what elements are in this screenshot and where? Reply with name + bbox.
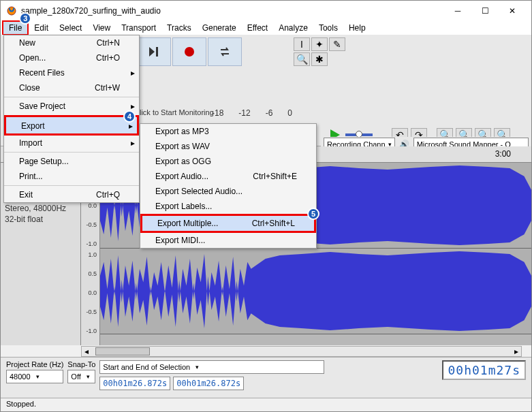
- annotation-badge-5: 5: [307, 208, 319, 220]
- annotation-badge-4: 4: [123, 110, 136, 123]
- menu-item-export-audio[interactable]: Export Audio...Ctrl+Shift+E: [140, 169, 316, 184]
- track-format-info: Stereo, 48000Hz32-bit float: [5, 204, 76, 225]
- skip-end-button[interactable]: [137, 37, 171, 66]
- maximize-button[interactable]: ☐: [471, 3, 499, 19]
- menu-transport[interactable]: Transport: [116, 22, 161, 34]
- export-submenu: Export as MP3 Export as WAV Export as OG…: [140, 123, 317, 249]
- project-rate-label: Project Rate (Hz): [6, 360, 63, 368]
- close-button[interactable]: ✕: [499, 3, 526, 19]
- submenu-arrow-icon: ▸: [131, 68, 135, 78]
- menu-item-export-mp3[interactable]: Export as MP3: [140, 124, 316, 139]
- record-button[interactable]: [172, 37, 206, 66]
- submenu-arrow-icon: ▸: [131, 138, 135, 148]
- menu-item-export-wav[interactable]: Export as WAV: [140, 139, 316, 154]
- menu-item-export[interactable]: Export▸ 4: [4, 115, 139, 136]
- minimize-button[interactable]: ─: [444, 3, 471, 19]
- speed-slider[interactable]: [345, 133, 373, 136]
- scroll-right-icon[interactable]: ▸: [514, 347, 518, 356]
- timeshift-tool-button[interactable]: ✱: [311, 52, 328, 66]
- menu-item-import[interactable]: Import▸: [4, 136, 139, 150]
- menu-item-export-selected[interactable]: Export Selected Audio...: [140, 184, 316, 199]
- zoom-tool-button[interactable]: 🔍: [294, 52, 310, 66]
- menu-item-export-labels[interactable]: Export Labels...: [140, 199, 316, 214]
- menu-edit[interactable]: Edit: [29, 22, 54, 34]
- menu-tools[interactable]: Tools: [313, 22, 343, 34]
- selection-end-time[interactable]: 00h01m26.872s: [173, 377, 244, 390]
- envelope-tool-button[interactable]: ✦: [311, 37, 328, 51]
- menu-tracks[interactable]: Tracks: [161, 22, 197, 34]
- selection-start-time[interactable]: 00h01m26.872s: [99, 377, 170, 390]
- menu-item-print[interactable]: Print...: [4, 169, 139, 184]
- scroll-left-icon[interactable]: ◂: [84, 347, 89, 356]
- menu-item-new[interactable]: NewCtrl+N: [4, 35, 139, 50]
- scrollbar-thumb[interactable]: [95, 347, 150, 355]
- selection-tool-button[interactable]: I: [294, 37, 310, 51]
- menu-item-close[interactable]: CloseCtrl+W: [4, 80, 139, 95]
- selection-toolbar: Project Rate (Hz) 48000 Snap-To Off Star…: [1, 357, 531, 398]
- app-logo-icon: [6, 5, 17, 16]
- draw-tool-button[interactable]: ✎: [329, 37, 345, 51]
- menu-item-export-multiple[interactable]: Export Multiple...Ctrl+Shift+L 5: [140, 214, 316, 233]
- menu-select[interactable]: Select: [54, 22, 87, 34]
- titlebar: sample_1280x720_surfing_with_audio ─ ☐ ✕: [1, 1, 531, 21]
- monitor-label[interactable]: Click to Start Monitoring: [134, 108, 214, 116]
- svg-point-1: [185, 47, 194, 57]
- menu-item-page-setup[interactable]: Page Setup...: [4, 152, 139, 169]
- menu-item-exit[interactable]: ExitCtrl+Q: [4, 185, 139, 202]
- menubar: File 3 Edit Select View Transport Tracks…: [1, 21, 531, 35]
- waveform-right-channel: [100, 249, 531, 334]
- menu-file[interactable]: File 3: [2, 20, 29, 35]
- submenu-arrow-icon: ▸: [131, 101, 135, 111]
- snap-to-label: Snap-To: [67, 360, 95, 368]
- audio-position-display[interactable]: 00h01m27s: [442, 360, 526, 380]
- loop-button[interactable]: [208, 37, 242, 66]
- menu-item-save-project[interactable]: Save Project▸: [4, 97, 139, 114]
- menu-item-export-midi[interactable]: Export MIDI...: [140, 233, 316, 248]
- db-scale: -18-12-60: [212, 108, 292, 118]
- menu-item-recent-files[interactable]: Recent Files▸: [4, 65, 139, 80]
- menu-analyze[interactable]: Analyze: [273, 22, 313, 34]
- file-dropdown-menu: NewCtrl+N Open...Ctrl+O Recent Files▸ Cl…: [3, 35, 140, 203]
- statusbar: Stopped.: [1, 398, 531, 411]
- menu-item-open[interactable]: Open...Ctrl+O: [4, 50, 139, 65]
- record-icon: [183, 46, 195, 58]
- project-rate-select[interactable]: 48000: [6, 370, 63, 383]
- menu-view[interactable]: View: [87, 22, 116, 34]
- horizontal-scrollbar[interactable]: ◂ ▸: [81, 346, 522, 357]
- menu-generate[interactable]: Generate: [197, 22, 242, 34]
- menu-item-export-ogg[interactable]: Export as OGG: [140, 154, 316, 169]
- menu-help[interactable]: Help: [343, 22, 371, 34]
- menu-effect[interactable]: Effect: [242, 22, 273, 34]
- snap-to-select[interactable]: Off: [67, 370, 95, 383]
- submenu-arrow-icon: ▸: [129, 121, 133, 131]
- selection-format-select[interactable]: Start and End of Selection: [99, 360, 324, 374]
- window-title: sample_1280x720_surfing_with_audio: [21, 6, 444, 16]
- loop-icon: [219, 46, 231, 58]
- skip-end-icon: [148, 46, 160, 58]
